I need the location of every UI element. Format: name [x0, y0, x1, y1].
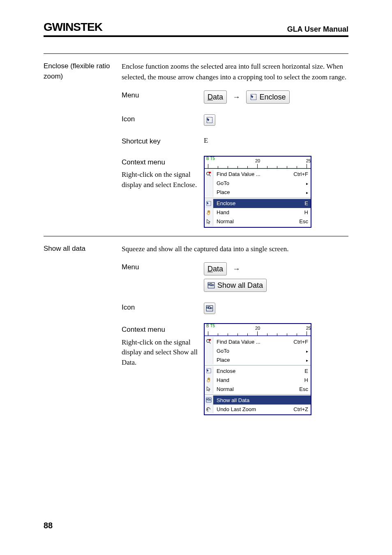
manual-title: GLA User Manual	[287, 25, 348, 34]
showall-icon	[206, 305, 213, 312]
chevron-right-icon	[304, 189, 308, 195]
timeline-ruler: B T5 20 25	[205, 157, 311, 169]
row-label-context: Context menu	[122, 157, 204, 168]
row-label-context: Context menu	[122, 325, 204, 335]
row-label-shortcut: Shortcut key	[122, 136, 204, 147]
row-label-icon: Icon	[122, 114, 204, 125]
chevron-right-icon	[304, 180, 308, 186]
chevron-right-icon	[304, 357, 308, 363]
context-description: Right-click on the signal display and se…	[122, 338, 204, 368]
divider	[44, 53, 348, 54]
section-enclose: Enclose (flexible ratio zoom) Enclose fu…	[44, 61, 348, 233]
menu-showall-button[interactable]: Show all Data	[204, 279, 267, 292]
context-menu-item-label: Place	[213, 189, 304, 195]
context-menu-item-label: Enclose	[213, 368, 302, 374]
context-menu-item-label: GoTo	[213, 180, 304, 186]
menu-item-label: Show all Data	[217, 281, 263, 290]
context-menu-accelerator: Ctrl+Z	[291, 406, 308, 412]
row-label-menu: Menu	[122, 262, 204, 273]
context-menu-item[interactable]: EncloseE	[205, 366, 311, 375]
row-label-icon: Icon	[122, 303, 204, 313]
row-label-menu: Menu	[122, 90, 204, 101]
arrow-icon: →	[233, 93, 240, 102]
arrow-icon: →	[233, 265, 240, 273]
enclose-icon	[206, 201, 212, 206]
pointer-icon	[206, 219, 212, 224]
find-icon	[206, 339, 212, 345]
context-menu-item[interactable]: Place	[205, 188, 311, 197]
context-menu: B T5 20 25 Find Data Value ...Ctrl+FGoTo…	[204, 156, 311, 228]
enclose-icon	[206, 116, 213, 124]
context-menu-item-label: Hand	[213, 209, 302, 215]
toolbar-enclose-button[interactable]	[204, 114, 215, 126]
enclose-icon	[206, 368, 212, 374]
timeline-ruler: B T5 20 25	[205, 324, 311, 336]
context-menu-item-label: Hand	[213, 377, 302, 383]
context-menu-item[interactable]: GoTo	[205, 346, 311, 355]
context-menu-item[interactable]: NormalEsc	[205, 217, 311, 226]
context-menu-item[interactable]: Find Data Value ...Ctrl+F	[205, 170, 311, 179]
menu-item-label: Enclose	[260, 93, 286, 102]
context-menu-accelerator: Ctrl+F	[291, 171, 308, 177]
divider	[44, 236, 348, 236]
undo-icon	[206, 406, 212, 412]
context-menu-accelerator: H	[302, 209, 308, 215]
context-menu-item-label: Show all Data	[213, 397, 306, 403]
showall-icon	[206, 397, 212, 403]
section-title: Enclose (flexible ratio zoom)	[44, 61, 122, 233]
context-menu-item[interactable]: GoTo	[205, 179, 311, 188]
context-menu-item[interactable]: Show all Data	[205, 395, 311, 405]
showall-icon	[208, 282, 215, 289]
enclose-icon	[250, 93, 257, 101]
context-menu-item-label: Find Data Value ...	[213, 171, 291, 177]
section-showall: Show all data Squeeze and show all the c…	[44, 244, 348, 426]
page-header: GWINSTEK GLA User Manual	[44, 21, 348, 37]
context-description: Right-click on the signal display and se…	[122, 170, 204, 190]
context-menu-item[interactable]: NormalEsc	[205, 384, 311, 393]
context-menu-item-label: Enclose	[213, 200, 302, 206]
pointer-icon	[206, 386, 212, 392]
context-menu-accelerator: E	[302, 200, 308, 206]
context-menu-item-label: Find Data Value ...	[213, 339, 291, 345]
context-menu-item[interactable]: HandH	[205, 375, 311, 384]
context-menu-item-label: Undo Last Zoom	[213, 406, 291, 412]
menu-data-button[interactable]: Data	[204, 90, 227, 104]
chevron-right-icon	[304, 348, 308, 354]
section-description: Enclose function zooms the selected area…	[122, 61, 348, 82]
shortcut-value: E	[204, 136, 348, 145]
brand-logo: GWINSTEK	[44, 21, 102, 34]
context-menu-item-label: Place	[213, 357, 304, 363]
context-menu-accelerator: H	[302, 377, 308, 383]
context-menu-item[interactable]: Undo Last ZoomCtrl+Z	[205, 405, 311, 414]
context-menu-item[interactable]: Find Data Value ...Ctrl+F	[205, 337, 311, 346]
menu-enclose-button[interactable]: Enclose	[246, 90, 290, 104]
page-number: 88	[44, 521, 53, 530]
context-menu-item-label: GoTo	[213, 348, 304, 354]
context-menu-accelerator: Esc	[297, 218, 308, 224]
context-menu: B T5 20 25 Find Data Value ...Ctrl+FGoTo…	[204, 323, 311, 415]
context-menu-item-label: Normal	[213, 218, 297, 224]
menu-data-button[interactable]: Data	[204, 262, 227, 275]
find-icon	[206, 171, 212, 177]
context-menu-item[interactable]: Place	[205, 355, 311, 364]
context-menu-item[interactable]: EncloseE	[205, 199, 311, 208]
context-menu-item[interactable]: HandH	[205, 208, 311, 217]
context-menu-accelerator: E	[302, 368, 308, 374]
hand-icon	[206, 210, 212, 215]
toolbar-showall-button[interactable]	[204, 303, 215, 314]
context-menu-accelerator: Ctrl+F	[291, 339, 308, 345]
section-title: Show all data	[44, 244, 122, 426]
section-description: Squeeze and show all the captured data i…	[122, 244, 348, 254]
context-menu-item-label: Normal	[213, 386, 297, 392]
hand-icon	[206, 377, 212, 383]
context-menu-accelerator: Esc	[297, 386, 308, 392]
